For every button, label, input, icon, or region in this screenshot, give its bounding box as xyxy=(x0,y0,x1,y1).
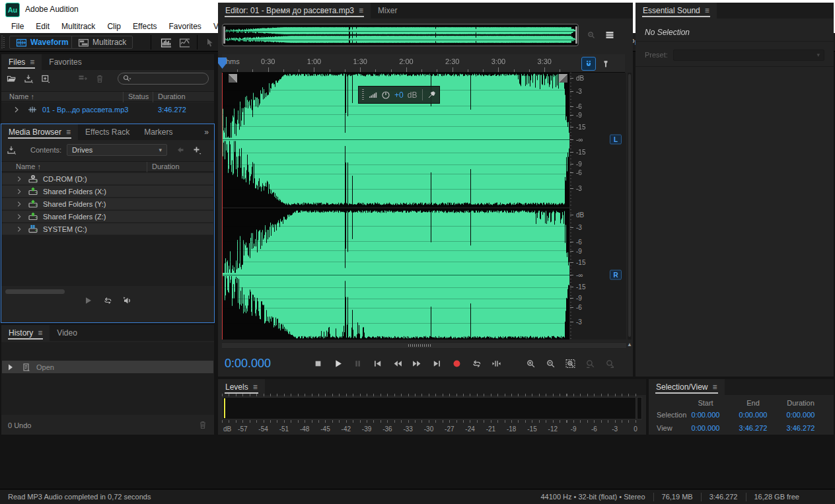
insert-into-multitrack-icon[interactable] xyxy=(78,74,87,83)
menu-effects[interactable]: Effects xyxy=(127,20,163,33)
import-file-icon[interactable] xyxy=(24,74,33,83)
pause-button[interactable] xyxy=(350,355,365,371)
add-shortcut-icon[interactable] xyxy=(192,145,201,155)
selection-end[interactable]: 0:00.000 xyxy=(729,411,777,419)
waveform-view-button[interactable]: Waveform xyxy=(9,36,75,49)
channel-badge-r[interactable]: R xyxy=(610,270,622,279)
panel-corner-toggle[interactable]: ▲ xyxy=(627,342,632,347)
multitrack-view-button[interactable]: Multitrack xyxy=(71,36,133,49)
expand-chevron-icon[interactable] xyxy=(15,175,23,183)
spectral-display-icon[interactable] xyxy=(177,36,192,48)
preview-play-icon[interactable] xyxy=(83,296,92,305)
waveform-display[interactable]: +0 dB xyxy=(222,73,569,340)
gain-value[interactable]: +0 xyxy=(394,90,404,100)
import-media-icon[interactable] xyxy=(7,145,16,155)
play-button[interactable] xyxy=(330,355,345,371)
marker-pin-button[interactable] xyxy=(599,57,612,71)
tab-levels[interactable]: Levels≡ xyxy=(218,379,265,395)
media-browser-menu-icon[interactable]: ≡ xyxy=(66,127,71,137)
files-panel-menu-icon[interactable]: ≡ xyxy=(30,57,34,67)
preview-loop-icon[interactable] xyxy=(103,296,112,305)
open-file-icon[interactable] xyxy=(7,74,16,83)
gain-knob-icon[interactable] xyxy=(381,90,390,100)
expand-chevron-icon[interactable] xyxy=(12,105,21,114)
zoom-to-selection-button[interactable] xyxy=(563,355,577,371)
editor-list-view-icon[interactable] xyxy=(602,28,617,42)
preview-autoplay-icon[interactable] xyxy=(123,296,132,305)
contents-dropdown[interactable]: Drives▾ xyxy=(67,144,167,156)
menu-clip[interactable]: Clip xyxy=(101,20,127,33)
media-row-shared-folders-x-[interactable]: Shared Folders (X:) xyxy=(2,186,213,198)
skip-selection-button[interactable] xyxy=(489,355,503,371)
tab-mixer[interactable]: Mixer xyxy=(371,3,404,18)
selection-view-menu-icon[interactable]: ≡ xyxy=(713,382,717,392)
previous-button[interactable] xyxy=(370,355,384,371)
media-row-system-c-[interactable]: SYSTEM (C:) xyxy=(2,223,213,235)
playhead-time-display[interactable]: 0:00.000 xyxy=(225,357,271,371)
zoom-in-at-out-point-button[interactable] xyxy=(602,355,617,371)
expand-chevron-icon[interactable] xyxy=(15,188,23,196)
expand-chevron-icon[interactable] xyxy=(15,225,23,233)
hud-pin-icon[interactable] xyxy=(427,90,436,100)
file-row[interactable]: 01 - Вр...до рассвета.mp3 3:46.272 xyxy=(1,104,214,115)
new-content-icon[interactable] xyxy=(41,74,50,83)
stop-button[interactable] xyxy=(310,355,325,371)
next-button[interactable] xyxy=(429,355,444,371)
zoom-in-horizontal-button[interactable] xyxy=(523,355,538,371)
timeline-ruler[interactable]: hms 0:301:001:302:002:303:003:30 xyxy=(222,54,625,73)
fade-in-handle[interactable] xyxy=(229,74,237,83)
preset-dropdown[interactable]: ▾ xyxy=(673,50,824,61)
tab-video[interactable]: Video xyxy=(50,325,84,341)
channel-badge-l[interactable]: L xyxy=(610,135,622,145)
hud-grip[interactable] xyxy=(362,89,364,100)
files-column-header[interactable]: Name ↑ Status Duration xyxy=(1,91,214,102)
tab-media-browser[interactable]: Media Browser≡ xyxy=(1,124,78,140)
loop-playback-button[interactable] xyxy=(469,355,484,371)
media-column-header[interactable]: Name ↑ Duration xyxy=(1,161,214,172)
back-arrow-icon[interactable] xyxy=(175,145,184,155)
selection-start[interactable]: 0:00.000 xyxy=(682,411,729,419)
menu-favorites[interactable]: Favorites xyxy=(163,20,207,33)
zoom-in-at-in-point-button[interactable] xyxy=(583,355,597,371)
clear-history-trash-icon[interactable] xyxy=(198,420,207,429)
editor-panel-menu-icon[interactable]: ≡ xyxy=(359,6,363,15)
tab-favorites[interactable]: Favorites xyxy=(42,54,89,70)
zoom-out-full-icon[interactable] xyxy=(584,28,599,42)
fade-out-handle[interactable] xyxy=(559,74,567,83)
vertical-scrollbar[interactable] xyxy=(628,73,632,340)
snap-magnet-button[interactable] xyxy=(581,57,596,71)
zoom-out-horizontal-button[interactable] xyxy=(543,355,558,371)
levels-panel-menu-icon[interactable]: ≡ xyxy=(253,382,258,392)
delete-file-icon[interactable] xyxy=(95,74,104,83)
files-search-input[interactable] xyxy=(133,75,193,83)
record-button[interactable] xyxy=(449,355,464,371)
history-panel-menu-icon[interactable]: ≡ xyxy=(38,328,42,338)
waveform-display-icon[interactable] xyxy=(159,36,173,48)
gain-hud[interactable]: +0 dB xyxy=(358,86,440,104)
rewind-button[interactable] xyxy=(390,355,404,371)
media-horizontal-scrollbar[interactable] xyxy=(5,289,65,294)
tab-selection-view[interactable]: Selection/View≡ xyxy=(649,379,725,395)
menu-file[interactable]: File xyxy=(5,20,30,33)
expand-chevron-icon[interactable] xyxy=(15,213,23,221)
tab-files[interactable]: Files≡ xyxy=(1,54,42,70)
panel-overflow-chevrons[interactable]: » xyxy=(198,124,214,140)
tab-markers[interactable]: Markers xyxy=(137,124,180,140)
fast-forward-button[interactable] xyxy=(410,355,424,371)
view-duration[interactable]: 3:46.272 xyxy=(777,424,824,432)
menu-edit[interactable]: Edit xyxy=(30,20,55,33)
horizontal-scrollbar[interactable] xyxy=(222,342,626,349)
amplitude-ruler[interactable]: dB-3-6-9-15-∞-15-9-6-3LdB-3-6-9-15-∞-15-… xyxy=(570,73,626,340)
menu-multitrack[interactable]: Multitrack xyxy=(55,20,101,33)
selection-duration[interactable]: 0:00.000 xyxy=(777,411,824,419)
media-row-shared-folders-z-[interactable]: Shared Folders (Z:) xyxy=(2,211,213,223)
overview-range-handle-left[interactable] xyxy=(223,26,225,44)
essential-sound-menu-icon[interactable]: ≡ xyxy=(705,6,709,15)
waveform-overview-strip[interactable] xyxy=(222,24,579,46)
overview-range-handle-right[interactable] xyxy=(575,26,577,44)
tab-effects-rack[interactable]: Effects Rack xyxy=(78,124,137,140)
media-row-shared-folders-y-[interactable]: Shared Folders (Y:) xyxy=(2,198,213,210)
view-start[interactable]: 0:00.000 xyxy=(682,424,729,432)
toolbar-grip[interactable] xyxy=(1,36,5,49)
view-end[interactable]: 3:46.272 xyxy=(729,424,777,432)
